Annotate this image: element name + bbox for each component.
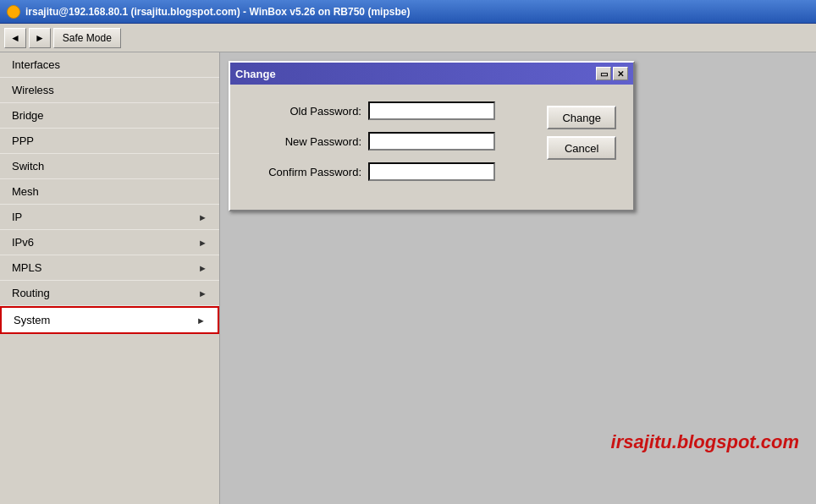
sidebar-item-ppp[interactable]: PPP	[0, 129, 219, 154]
dialog-close-button[interactable]: ✕	[613, 67, 628, 80]
new-password-row: New Password:	[247, 132, 534, 151]
new-password-label: New Password:	[247, 135, 361, 148]
dialog-form: Old Password: New Password: Confirm Pass…	[247, 101, 534, 193]
cancel-button[interactable]: Cancel	[547, 136, 616, 160]
submenu-arrow-icon: ►	[198, 212, 207, 222]
sidebar-item-bridge[interactable]: Bridge	[0, 103, 219, 129]
sidebar-item-interfaces[interactable]: Interfaces	[0, 52, 219, 78]
sidebar-item-system[interactable]: System ►	[0, 306, 219, 334]
sidebar-item-routing[interactable]: Routing ►	[0, 281, 219, 306]
dialog-title: Change	[235, 68, 276, 80]
sidebar-item-label: MPLS	[12, 261, 41, 274]
sidebar-item-label: Switch	[12, 160, 44, 173]
old-password-row: Old Password:	[247, 101, 534, 120]
confirm-password-row: Confirm Password:	[247, 162, 534, 181]
dialog-titlebar: Change ▭ ✕	[230, 63, 633, 85]
dialog-restore-button[interactable]: ▭	[596, 67, 611, 80]
sidebar-item-ipv6[interactable]: IPv6 ►	[0, 230, 219, 255]
watermark: irsajitu.blogspot.com	[611, 431, 799, 453]
new-password-input[interactable]	[368, 132, 495, 151]
title-bar-text: irsajitu@192.168.80.1 (irsajitu.blogspot…	[25, 6, 410, 18]
sidebar: Interfaces Wireless Bridge PPP Switch Me…	[0, 52, 220, 504]
sidebar-item-ip[interactable]: IP ►	[0, 205, 219, 230]
forward-button[interactable]: ►	[29, 28, 51, 48]
submenu-arrow-icon: ►	[196, 315, 206, 326]
confirm-password-input[interactable]	[368, 162, 495, 181]
sidebar-item-switch[interactable]: Switch	[0, 154, 219, 179]
title-bar: irsajitu@192.168.80.1 (irsajitu.blogspot…	[0, 0, 816, 24]
change-button[interactable]: Change	[547, 106, 616, 129]
back-button[interactable]: ◄	[4, 28, 26, 48]
confirm-password-label: Confirm Password:	[247, 166, 361, 178]
dialog-body: Old Password: New Password: Confirm Pass…	[230, 85, 633, 210]
submenu-arrow-icon: ►	[198, 263, 207, 273]
sidebar-item-label: Bridge	[12, 109, 44, 122]
dialog-controls: ▭ ✕	[596, 67, 628, 80]
main-content: Interfaces Wireless Bridge PPP Switch Me…	[0, 52, 816, 504]
dialog-buttons: Change Cancel	[547, 101, 616, 193]
sidebar-item-label: IPv6	[12, 236, 34, 249]
sidebar-item-label: System	[14, 314, 50, 326]
change-password-dialog: Change ▭ ✕ Old Password: New Password:	[229, 61, 635, 211]
sidebar-item-label: Wireless	[12, 84, 54, 96]
old-password-label: Old Password:	[247, 105, 361, 118]
sidebar-item-label: PPP	[12, 134, 34, 147]
safe-mode-button[interactable]: Safe Mode	[53, 28, 121, 48]
sidebar-item-label: Interfaces	[12, 58, 60, 71]
sidebar-item-mesh[interactable]: Mesh	[0, 179, 219, 205]
sidebar-item-label: Routing	[12, 287, 50, 299]
submenu-arrow-icon: ►	[198, 288, 207, 299]
sidebar-item-mpls[interactable]: MPLS ►	[0, 255, 219, 281]
sidebar-item-label: IP	[12, 211, 22, 223]
submenu-arrow-icon: ►	[198, 238, 207, 248]
sidebar-item-label: Mesh	[12, 185, 39, 198]
content-area: Change ▭ ✕ Old Password: New Password:	[220, 52, 816, 504]
sidebar-item-wireless[interactable]: Wireless	[0, 78, 219, 103]
app-icon	[7, 5, 20, 19]
old-password-input[interactable]	[368, 101, 495, 120]
toolbar: ◄ ► Safe Mode	[0, 24, 816, 52]
